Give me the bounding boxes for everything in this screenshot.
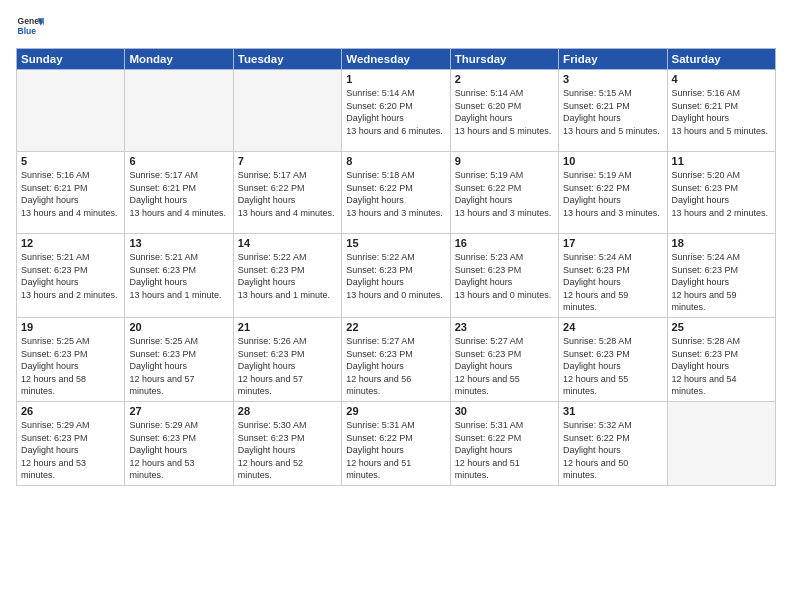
day-number: 3 <box>563 73 662 85</box>
cell-info: Sunrise: 5:29 AMSunset: 6:23 PMDaylight … <box>21 419 120 482</box>
day-number: 14 <box>238 237 337 249</box>
day-number: 2 <box>455 73 554 85</box>
day-number: 31 <box>563 405 662 417</box>
cell-info: Sunrise: 5:23 AMSunset: 6:23 PMDaylight … <box>455 251 554 301</box>
day-number: 22 <box>346 321 445 333</box>
calendar-week-row: 5Sunrise: 5:16 AMSunset: 6:21 PMDaylight… <box>17 152 776 234</box>
day-number: 15 <box>346 237 445 249</box>
calendar-cell: 12Sunrise: 5:21 AMSunset: 6:23 PMDayligh… <box>17 234 125 318</box>
calendar-cell: 8Sunrise: 5:18 AMSunset: 6:22 PMDaylight… <box>342 152 450 234</box>
cell-info: Sunrise: 5:14 AMSunset: 6:20 PMDaylight … <box>455 87 554 137</box>
day-number: 1 <box>346 73 445 85</box>
calendar-cell: 27Sunrise: 5:29 AMSunset: 6:23 PMDayligh… <box>125 401 233 485</box>
calendar-cell: 4Sunrise: 5:16 AMSunset: 6:21 PMDaylight… <box>667 70 775 152</box>
svg-text:Blue: Blue <box>18 26 37 36</box>
calendar-week-row: 26Sunrise: 5:29 AMSunset: 6:23 PMDayligh… <box>17 401 776 485</box>
cell-info: Sunrise: 5:25 AMSunset: 6:23 PMDaylight … <box>21 335 120 398</box>
cell-info: Sunrise: 5:30 AMSunset: 6:23 PMDaylight … <box>238 419 337 482</box>
day-number: 29 <box>346 405 445 417</box>
calendar-cell: 5Sunrise: 5:16 AMSunset: 6:21 PMDaylight… <box>17 152 125 234</box>
day-number: 5 <box>21 155 120 167</box>
calendar-cell: 3Sunrise: 5:15 AMSunset: 6:21 PMDaylight… <box>559 70 667 152</box>
day-number: 6 <box>129 155 228 167</box>
cell-info: Sunrise: 5:19 AMSunset: 6:22 PMDaylight … <box>563 169 662 219</box>
cell-info: Sunrise: 5:22 AMSunset: 6:23 PMDaylight … <box>346 251 445 301</box>
calendar-cell: 23Sunrise: 5:27 AMSunset: 6:23 PMDayligh… <box>450 317 558 401</box>
day-number: 21 <box>238 321 337 333</box>
calendar-cell: 1Sunrise: 5:14 AMSunset: 6:20 PMDaylight… <box>342 70 450 152</box>
cell-info: Sunrise: 5:24 AMSunset: 6:23 PMDaylight … <box>672 251 771 314</box>
calendar-cell: 15Sunrise: 5:22 AMSunset: 6:23 PMDayligh… <box>342 234 450 318</box>
day-number: 16 <box>455 237 554 249</box>
cell-info: Sunrise: 5:29 AMSunset: 6:23 PMDaylight … <box>129 419 228 482</box>
weekday-header: Saturday <box>667 49 775 70</box>
calendar-week-row: 1Sunrise: 5:14 AMSunset: 6:20 PMDaylight… <box>17 70 776 152</box>
day-number: 23 <box>455 321 554 333</box>
day-number: 11 <box>672 155 771 167</box>
calendar-cell: 31Sunrise: 5:32 AMSunset: 6:22 PMDayligh… <box>559 401 667 485</box>
weekday-header: Sunday <box>17 49 125 70</box>
page: General Blue SundayMondayTuesdayWednesda… <box>0 0 792 612</box>
day-number: 10 <box>563 155 662 167</box>
weekday-header: Tuesday <box>233 49 341 70</box>
cell-info: Sunrise: 5:28 AMSunset: 6:23 PMDaylight … <box>563 335 662 398</box>
calendar-cell <box>17 70 125 152</box>
day-number: 25 <box>672 321 771 333</box>
cell-info: Sunrise: 5:17 AMSunset: 6:22 PMDaylight … <box>238 169 337 219</box>
cell-info: Sunrise: 5:26 AMSunset: 6:23 PMDaylight … <box>238 335 337 398</box>
weekday-header: Friday <box>559 49 667 70</box>
calendar-cell: 24Sunrise: 5:28 AMSunset: 6:23 PMDayligh… <box>559 317 667 401</box>
calendar-cell: 7Sunrise: 5:17 AMSunset: 6:22 PMDaylight… <box>233 152 341 234</box>
calendar-cell: 29Sunrise: 5:31 AMSunset: 6:22 PMDayligh… <box>342 401 450 485</box>
logo: General Blue <box>16 12 44 40</box>
cell-info: Sunrise: 5:18 AMSunset: 6:22 PMDaylight … <box>346 169 445 219</box>
day-number: 20 <box>129 321 228 333</box>
calendar-table: SundayMondayTuesdayWednesdayThursdayFrid… <box>16 48 776 486</box>
cell-info: Sunrise: 5:17 AMSunset: 6:21 PMDaylight … <box>129 169 228 219</box>
calendar-cell: 10Sunrise: 5:19 AMSunset: 6:22 PMDayligh… <box>559 152 667 234</box>
cell-info: Sunrise: 5:19 AMSunset: 6:22 PMDaylight … <box>455 169 554 219</box>
cell-info: Sunrise: 5:31 AMSunset: 6:22 PMDaylight … <box>346 419 445 482</box>
day-number: 17 <box>563 237 662 249</box>
header: General Blue <box>16 12 776 40</box>
calendar-cell: 18Sunrise: 5:24 AMSunset: 6:23 PMDayligh… <box>667 234 775 318</box>
cell-info: Sunrise: 5:27 AMSunset: 6:23 PMDaylight … <box>455 335 554 398</box>
cell-info: Sunrise: 5:25 AMSunset: 6:23 PMDaylight … <box>129 335 228 398</box>
calendar-cell: 21Sunrise: 5:26 AMSunset: 6:23 PMDayligh… <box>233 317 341 401</box>
weekday-header: Wednesday <box>342 49 450 70</box>
calendar-cell: 14Sunrise: 5:22 AMSunset: 6:23 PMDayligh… <box>233 234 341 318</box>
day-number: 24 <box>563 321 662 333</box>
day-number: 7 <box>238 155 337 167</box>
calendar-cell: 2Sunrise: 5:14 AMSunset: 6:20 PMDaylight… <box>450 70 558 152</box>
calendar-header-row: SundayMondayTuesdayWednesdayThursdayFrid… <box>17 49 776 70</box>
cell-info: Sunrise: 5:27 AMSunset: 6:23 PMDaylight … <box>346 335 445 398</box>
calendar-cell: 20Sunrise: 5:25 AMSunset: 6:23 PMDayligh… <box>125 317 233 401</box>
weekday-header: Thursday <box>450 49 558 70</box>
calendar-cell: 19Sunrise: 5:25 AMSunset: 6:23 PMDayligh… <box>17 317 125 401</box>
calendar-cell: 9Sunrise: 5:19 AMSunset: 6:22 PMDaylight… <box>450 152 558 234</box>
cell-info: Sunrise: 5:24 AMSunset: 6:23 PMDaylight … <box>563 251 662 314</box>
calendar-cell: 11Sunrise: 5:20 AMSunset: 6:23 PMDayligh… <box>667 152 775 234</box>
calendar-cell: 30Sunrise: 5:31 AMSunset: 6:22 PMDayligh… <box>450 401 558 485</box>
cell-info: Sunrise: 5:22 AMSunset: 6:23 PMDaylight … <box>238 251 337 301</box>
calendar-cell: 16Sunrise: 5:23 AMSunset: 6:23 PMDayligh… <box>450 234 558 318</box>
calendar-cell: 13Sunrise: 5:21 AMSunset: 6:23 PMDayligh… <box>125 234 233 318</box>
cell-info: Sunrise: 5:21 AMSunset: 6:23 PMDaylight … <box>21 251 120 301</box>
cell-info: Sunrise: 5:21 AMSunset: 6:23 PMDaylight … <box>129 251 228 301</box>
calendar-cell: 17Sunrise: 5:24 AMSunset: 6:23 PMDayligh… <box>559 234 667 318</box>
cell-info: Sunrise: 5:20 AMSunset: 6:23 PMDaylight … <box>672 169 771 219</box>
cell-info: Sunrise: 5:32 AMSunset: 6:22 PMDaylight … <box>563 419 662 482</box>
day-number: 4 <box>672 73 771 85</box>
cell-info: Sunrise: 5:14 AMSunset: 6:20 PMDaylight … <box>346 87 445 137</box>
day-number: 13 <box>129 237 228 249</box>
calendar-cell: 26Sunrise: 5:29 AMSunset: 6:23 PMDayligh… <box>17 401 125 485</box>
calendar-week-row: 19Sunrise: 5:25 AMSunset: 6:23 PMDayligh… <box>17 317 776 401</box>
day-number: 26 <box>21 405 120 417</box>
day-number: 8 <box>346 155 445 167</box>
day-number: 19 <box>21 321 120 333</box>
weekday-header: Monday <box>125 49 233 70</box>
calendar-cell <box>125 70 233 152</box>
cell-info: Sunrise: 5:31 AMSunset: 6:22 PMDaylight … <box>455 419 554 482</box>
cell-info: Sunrise: 5:16 AMSunset: 6:21 PMDaylight … <box>672 87 771 137</box>
day-number: 12 <box>21 237 120 249</box>
